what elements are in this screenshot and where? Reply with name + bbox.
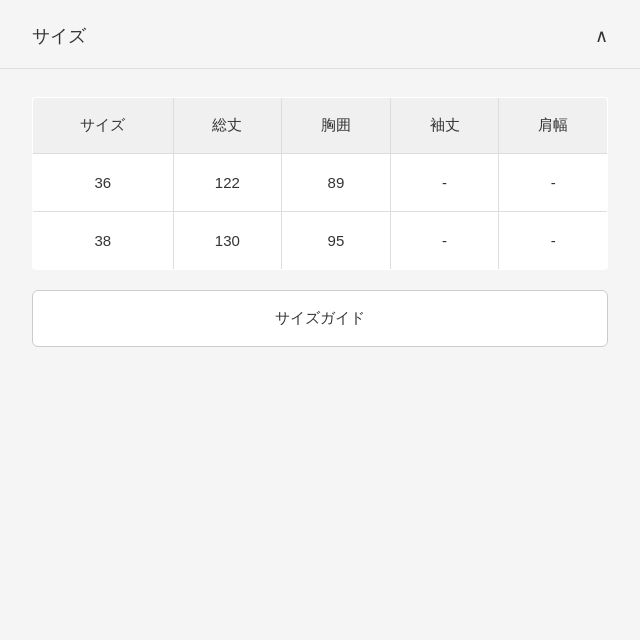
col-header-size: サイズ xyxy=(33,98,174,154)
section-header: サイズ ∧ xyxy=(0,0,640,68)
table-header-row: サイズ 総丈 胸囲 袖丈 肩幅 xyxy=(33,98,608,154)
section-title: サイズ xyxy=(32,24,86,48)
content-area: サイズ 総丈 胸囲 袖丈 肩幅 36 122 89 - - 38 130 xyxy=(0,69,640,640)
col-header-sodet: 袖丈 xyxy=(390,98,499,154)
cell-soutak-2: 130 xyxy=(173,212,282,270)
cell-kataha-1: - xyxy=(499,154,608,212)
size-table: サイズ 総丈 胸囲 袖丈 肩幅 36 122 89 - - 38 130 xyxy=(32,97,608,270)
table-row: 36 122 89 - - xyxy=(33,154,608,212)
col-header-kataha: 肩幅 xyxy=(499,98,608,154)
page-container: サイズ ∧ サイズ 総丈 胸囲 袖丈 肩幅 36 122 89 - xyxy=(0,0,640,640)
cell-sodet-2: - xyxy=(390,212,499,270)
table-row: 38 130 95 - - xyxy=(33,212,608,270)
cell-muneii-2: 95 xyxy=(282,212,391,270)
size-guide-button[interactable]: サイズガイド xyxy=(32,290,608,347)
col-header-soutak: 総丈 xyxy=(173,98,282,154)
cell-size-1: 36 xyxy=(33,154,174,212)
cell-kataha-2: - xyxy=(499,212,608,270)
cell-soutak-1: 122 xyxy=(173,154,282,212)
cell-size-2: 38 xyxy=(33,212,174,270)
chevron-up-icon[interactable]: ∧ xyxy=(595,25,608,47)
cell-sodet-1: - xyxy=(390,154,499,212)
col-header-muneii: 胸囲 xyxy=(282,98,391,154)
cell-muneii-1: 89 xyxy=(282,154,391,212)
